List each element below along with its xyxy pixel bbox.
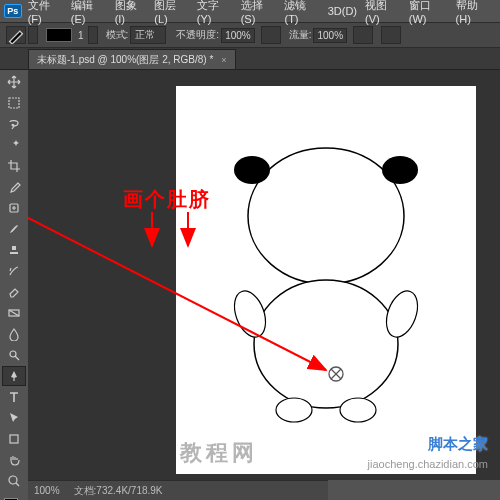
svg-point-5 [9,476,17,484]
zoom-level[interactable]: 100% [34,485,60,496]
shape-tool[interactable] [2,429,26,449]
menu-window[interactable]: 窗口(W) [409,0,448,25]
doc-tabs: 未标题-1.psd @ 100%(图层 2, RGB/8) * × [0,48,500,70]
watermark-brand: 脚本之家 [428,435,488,454]
flow-label: 流量: [289,28,312,42]
menu-select[interactable]: 选择(S) [241,0,277,25]
photoshop-window: Ps 文件(F) 编辑(E) 图象(I) 图层(L) 文字(Y) 选择(S) 滤… [0,0,500,500]
doc-tab[interactable]: 未标题-1.psd @ 100%(图层 2, RGB/8) * × [28,49,236,69]
status-bar: 100% 文档:732.4K/718.9K [28,480,328,500]
annotation-arrows [28,70,498,480]
menu-type[interactable]: 文字(Y) [197,0,233,25]
menu-layer[interactable]: 图层(L) [154,0,189,25]
svg-line-19 [28,218,326,370]
menu-edit[interactable]: 编辑(E) [71,0,107,25]
history-brush-tool[interactable] [2,261,26,281]
menu-bar: Ps 文件(F) 编辑(E) 图象(I) 图层(L) 文字(Y) 选择(S) 滤… [0,0,500,22]
color-swatches[interactable] [2,496,26,500]
brush-preview[interactable] [46,28,72,42]
close-icon[interactable]: × [221,55,226,65]
menu-help[interactable]: 帮助(H) [456,0,492,25]
mode-label: 模式: [106,28,129,42]
tab-title: 未标题-1.psd @ 100%(图层 2, RGB/8) * [37,53,213,67]
blur-tool[interactable] [2,324,26,344]
doc-info: 文档:732.4K/718.9K [74,484,163,498]
menu-view[interactable]: 视图(V) [365,0,401,25]
crop-tool[interactable] [2,156,26,176]
pen-tool[interactable] [2,366,26,386]
menu-file[interactable]: 文件(F) [28,0,63,25]
opacity-value[interactable]: 100% [221,28,255,43]
brush-tool[interactable] [2,219,26,239]
zoom-tool[interactable] [2,471,26,491]
mode-select[interactable]: 正常 [130,26,166,44]
menu-3d[interactable]: 3D(D) [328,5,357,17]
brush-drop[interactable] [88,26,98,44]
tool-preset-icon[interactable] [6,26,26,44]
path-select-tool[interactable] [2,408,26,428]
lasso-tool[interactable] [2,114,26,134]
move-tool[interactable] [2,72,26,92]
svg-rect-4 [10,435,18,443]
marquee-tool[interactable] [2,93,26,113]
wand-tool[interactable] [2,135,26,155]
dodge-tool[interactable] [2,345,26,365]
brush-size: 1 [78,30,84,41]
canvas-area: 画个肚脐 [28,70,500,480]
gradient-tool[interactable] [2,303,26,323]
airbrush-icon[interactable] [353,26,373,44]
eyedropper-tool[interactable] [2,177,26,197]
pressure-opacity-icon[interactable] [261,26,281,44]
hand-tool[interactable] [2,450,26,470]
menu-filter[interactable]: 滤镜(T) [284,0,319,25]
watermark-faded: 教程网 [180,438,258,468]
opacity-label: 不透明度: [176,28,219,42]
menu-image[interactable]: 图象(I) [115,0,147,25]
tool-palette [0,70,28,500]
options-bar: 1 模式: 正常 不透明度: 100% 流量: 100% [0,22,500,48]
svg-rect-0 [9,98,19,108]
ps-logo: Ps [4,4,22,18]
type-tool[interactable] [2,387,26,407]
flow-value[interactable]: 100% [313,28,347,43]
eraser-tool[interactable] [2,282,26,302]
tool-preset-drop[interactable] [28,26,38,44]
heal-tool[interactable] [2,198,26,218]
watermark-url: jiaocheng.chazidian.com [368,458,488,470]
stamp-tool[interactable] [2,240,26,260]
pressure-size-icon[interactable] [381,26,401,44]
